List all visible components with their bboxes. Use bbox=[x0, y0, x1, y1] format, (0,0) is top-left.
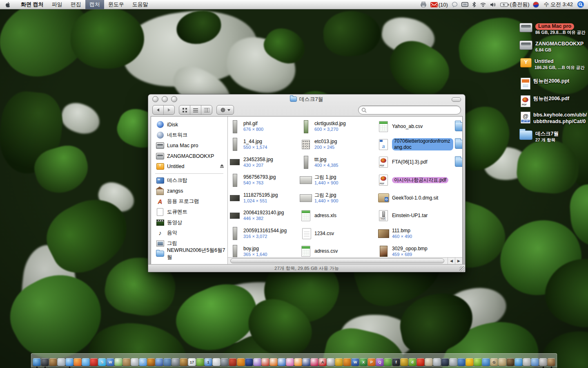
dock-icon-ink-pen[interactable] bbox=[441, 358, 449, 366]
dock-icon-google-earth[interactable] bbox=[515, 358, 523, 366]
sidebar-item-ZANGMACBOOKXP[interactable]: ZANGMACBOOKXP bbox=[151, 151, 227, 162]
dock-icon-blue-feather-doc[interactable] bbox=[278, 358, 286, 366]
sidebar-item-응용 프로그램[interactable]: A응용 프로그램 bbox=[151, 196, 227, 207]
desktop-icon-bbs.keyhole.com/ubb/[interactable]: bbs.keyhole.com/ubb/ubbthreads.php/Cat/0 bbox=[519, 112, 587, 125]
file-item-3029_opop.bmp[interactable]: 3029_opop.bmp459 × 689 bbox=[377, 242, 454, 258]
dock-icon-binoculars[interactable] bbox=[458, 358, 466, 366]
dock-icon-apple-folder[interactable] bbox=[539, 358, 547, 366]
zoom-button[interactable] bbox=[171, 96, 177, 102]
dock-icon-safari[interactable] bbox=[66, 358, 74, 366]
dock-icon-red-book[interactable] bbox=[229, 358, 237, 366]
dock-icon-itunes[interactable]: ♪ bbox=[139, 358, 147, 366]
dock-icon-machard[interactable] bbox=[115, 358, 122, 366]
clipped-folder-item[interactable] bbox=[455, 136, 462, 154]
dock-icon-purple-doc[interactable] bbox=[254, 358, 261, 366]
dock-icon-director[interactable]: d bbox=[409, 358, 416, 366]
desktop-icon-Untitled[interactable]: Untitled186.26 GB, …B 여유 공간 bbox=[519, 58, 585, 70]
file-item-그림 2.jpg[interactable]: 그림 2.jpg1,440 × 900 bbox=[300, 189, 376, 207]
back-button[interactable] bbox=[153, 105, 163, 114]
dock-icon-flash[interactable]: f bbox=[392, 358, 400, 366]
dock-icon-do-app[interactable] bbox=[237, 358, 245, 366]
list-view-button[interactable] bbox=[190, 105, 201, 114]
search-field[interactable] bbox=[358, 105, 461, 114]
dock-icon-firefox[interactable] bbox=[74, 358, 82, 366]
file-item-2005913161544.jpg[interactable]: 2005913161544.jpg316 × 3,072 bbox=[229, 225, 305, 243]
airport-wifi-icon[interactable] bbox=[480, 2, 486, 7]
menu-캡처[interactable]: 캡처 bbox=[85, 0, 104, 9]
file-item-phil.gif[interactable]: phil.gif676 × 800 bbox=[229, 118, 305, 136]
sidebar-item-동영상[interactable]: 동영상 bbox=[151, 217, 227, 228]
menu-윈도우[interactable]: 윈도우 bbox=[104, 0, 128, 9]
sidebar-item-iDisk[interactable]: iDisk bbox=[151, 119, 227, 130]
dock-icon-flash-player[interactable] bbox=[417, 358, 425, 366]
dock-icon-pencil-doc[interactable] bbox=[327, 358, 335, 366]
dock-icon-yahoo-messenger[interactable] bbox=[90, 358, 98, 366]
input-language-icon[interactable] bbox=[533, 2, 539, 8]
dock-icon-freehand[interactable] bbox=[401, 358, 408, 366]
file-item-Einstein-UP1.tar[interactable]: Einstein-UP1.tar bbox=[377, 207, 454, 225]
file-item-아시아나항공시각표.pdf[interactable]: 아시아나항공시각표.pdf bbox=[377, 171, 454, 189]
sidebar-item-Untitled[interactable]: Untitled bbox=[151, 161, 227, 172]
mail-icon[interactable]: (10) bbox=[430, 2, 448, 8]
spotlight-icon[interactable] bbox=[577, 1, 584, 8]
dock-icon-skype[interactable]: S bbox=[98, 358, 106, 366]
icon-view-button[interactable] bbox=[179, 105, 190, 114]
sidebar-item-NEWRUN2006년5월6월7월[interactable]: NEWRUN2006년5월6월7월 bbox=[151, 249, 227, 259]
action-menu-button[interactable] bbox=[216, 105, 234, 115]
file-item-1234.csv[interactable]: 1234.csv bbox=[300, 225, 376, 243]
file-item-70706lettertogordonfromzang.doc[interactable]: 70706lettertogordonfromzang.doc bbox=[377, 136, 454, 154]
dock-icon-photo-cards[interactable] bbox=[425, 358, 433, 366]
menu-파일[interactable]: 파일 bbox=[48, 0, 67, 9]
dock-icon-rubber-duck[interactable] bbox=[466, 358, 474, 366]
sidebar-item-데스크탑[interactable]: 데스크탑 bbox=[151, 175, 227, 186]
file-item-111.bmp[interactable]: 111.bmp460 × 490 bbox=[377, 225, 454, 243]
dock-icon-red-feather-doc[interactable] bbox=[262, 358, 270, 366]
dock-icon-garageband[interactable] bbox=[180, 358, 188, 366]
dock-icon-whiteboard[interactable] bbox=[433, 358, 441, 366]
menu-화면 캡처[interactable]: 화면 캡처 bbox=[17, 0, 48, 9]
file-item-200641923140.jpg[interactable]: 200641923140.jpg446 × 382 bbox=[229, 207, 305, 225]
dock-icon-preview[interactable] bbox=[58, 358, 65, 366]
scroll-left-arrow[interactable]: ◀ bbox=[448, 258, 455, 264]
menu-편집[interactable]: 편집 bbox=[67, 0, 85, 9]
dock-icon-w-app[interactable]: W bbox=[107, 358, 114, 366]
dock-icon-msn-messenger[interactable] bbox=[384, 358, 392, 366]
dock-icon-fireworks[interactable] bbox=[147, 358, 155, 366]
dock-icon-dashboard[interactable] bbox=[41, 358, 49, 366]
file-item-956756793.jpg[interactable]: 956756793.jpg540 × 763 bbox=[229, 171, 305, 189]
resize-grip[interactable] bbox=[459, 266, 465, 272]
dock-icon-orange-gem[interactable] bbox=[343, 358, 351, 366]
dock-icon-photo-app[interactable] bbox=[548, 358, 555, 366]
dock-icon-crystal-doc[interactable] bbox=[311, 358, 318, 366]
clipped-folder-item[interactable] bbox=[455, 118, 462, 136]
dock-icon-ms-entourage[interactable]: Q bbox=[376, 358, 384, 366]
dock-icon-ical[interactable]: 17 bbox=[188, 358, 196, 366]
dock-icon-capture-one[interactable]: 1 bbox=[205, 358, 212, 366]
file-item-Yahoo_ab.csv[interactable]: Yahoo_ab.csv bbox=[377, 118, 454, 136]
window-titlebar[interactable]: 데스크7월 bbox=[148, 94, 465, 104]
file-item-FTA(06[1].3).pdf[interactable]: FTA(06[1].3).pdf bbox=[377, 153, 454, 171]
dock-icon-film[interactable] bbox=[172, 358, 180, 366]
dock-icon-creatures-globe[interactable] bbox=[482, 358, 490, 366]
ichat-status-icon[interactable] bbox=[452, 2, 458, 8]
bluetooth-icon[interactable] bbox=[472, 2, 476, 7]
close-button[interactable] bbox=[152, 96, 158, 102]
file-item-etc013.jpg[interactable]: etc013.jpg200 × 245 bbox=[300, 136, 376, 154]
printer-icon[interactable] bbox=[420, 2, 427, 7]
file-item-그림 1.jpg[interactable]: 그림 1.jpg1,440 × 900 bbox=[300, 171, 376, 189]
dock-icon-card[interactable] bbox=[213, 358, 220, 366]
minimize-button[interactable] bbox=[162, 96, 168, 102]
display-icon[interactable] bbox=[461, 2, 468, 7]
dock-icon-toaster[interactable] bbox=[450, 358, 457, 366]
desktop-icon-ZANGMACBOOKXP[interactable]: ZANGMACBOOKXP6.84 GB bbox=[519, 40, 584, 53]
battery-icon[interactable]: (충전됨) bbox=[500, 1, 530, 8]
desktop-icon-데스크7월[interactable]: 데스크7월27 개 항목 bbox=[519, 130, 559, 143]
dock-icon-blue-stripes[interactable] bbox=[245, 358, 253, 366]
dock-icon-blue-bag[interactable] bbox=[531, 358, 539, 366]
menu-도움말[interactable]: 도움말 bbox=[128, 0, 152, 9]
sidebar-item-네트워크[interactable]: 네트워크 bbox=[151, 130, 227, 141]
scroll-right-arrow[interactable]: ▶ bbox=[455, 258, 462, 264]
sidebar-item-음악[interactable]: ♪음악 bbox=[151, 228, 227, 238]
file-item-boy.jpg[interactable]: boy.jpg365 × 1,640 bbox=[229, 242, 305, 258]
dock-icon-ms-excel[interactable]: X bbox=[360, 358, 368, 366]
